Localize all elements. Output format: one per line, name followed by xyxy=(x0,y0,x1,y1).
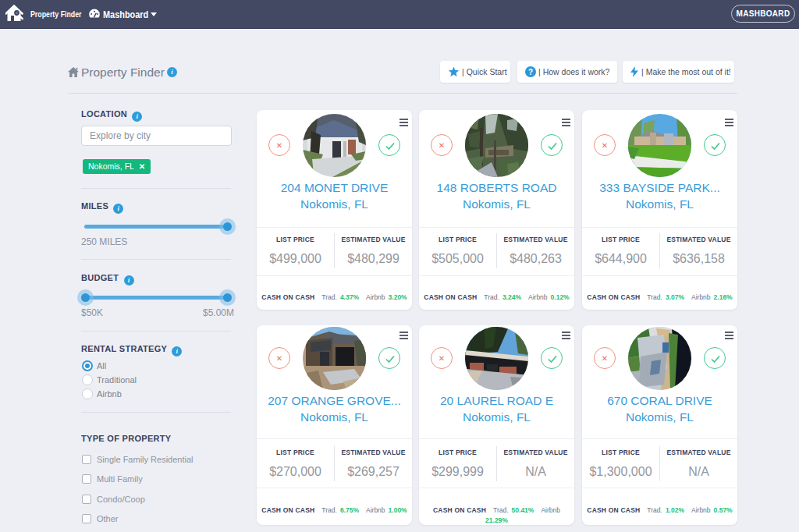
svg-text:?: ? xyxy=(528,68,533,76)
